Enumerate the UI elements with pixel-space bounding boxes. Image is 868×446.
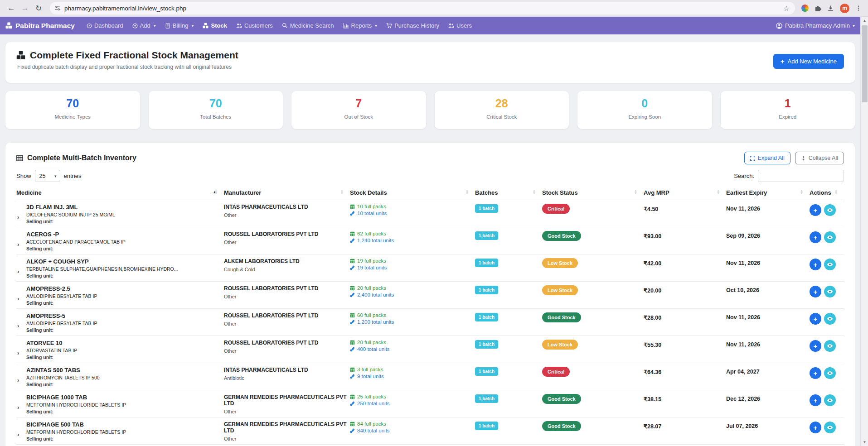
nav-item-users[interactable]: Users ▾ <box>444 19 476 33</box>
search-input[interactable] <box>758 170 844 182</box>
selling-unit-label: Selling unit: <box>26 436 224 441</box>
column-header-manufacturer[interactable]: Manufacturer ▲ ▲▼ <box>224 189 350 196</box>
view-details-button[interactable] <box>824 286 836 297</box>
column-header-medicine[interactable]: Medicine ▲ ▲▼ <box>16 189 224 196</box>
page-scrollbar[interactable]: ▲ ▼ <box>860 17 868 446</box>
sort-icon: ▲▼ <box>834 189 838 195</box>
scrollbar-up-arrow[interactable]: ▲ <box>861 17 868 24</box>
expand-row-chevron-icon[interactable]: › <box>17 241 19 248</box>
stock-status-badge: Critical <box>542 367 570 377</box>
stats-row: 70 Medicine Types 70 Total Batches 7 Out… <box>5 91 855 129</box>
add-batch-button[interactable]: + <box>810 231 821 243</box>
batch-count-badge: 1 batch <box>475 313 498 321</box>
column-header-avg-mrp[interactable]: Avg MRP ▲ ▲▼ <box>644 189 726 196</box>
expand-row-chevron-icon[interactable]: › <box>17 268 19 275</box>
column-header-actions[interactable]: Actions ▲ ▲▼ <box>810 189 844 196</box>
nav-item-reports[interactable]: Reports ▾ <box>339 19 382 33</box>
nav-item-medicine-search[interactable]: Medicine Search ▾ <box>277 19 339 33</box>
add-batch-button[interactable]: + <box>810 367 821 379</box>
column-header-earliest-expiry[interactable]: Earliest Expiry ▲ ▲▼ <box>726 189 810 196</box>
cart-icon <box>386 23 392 29</box>
search-icon <box>282 23 288 29</box>
earliest-expiry: Apr 04, 2027 <box>726 367 810 390</box>
expand-all-button[interactable]: Expand All <box>744 152 790 164</box>
collapse-all-button[interactable]: Collapse All <box>795 152 844 164</box>
nav-item-add[interactable]: Add ▾ <box>128 19 160 33</box>
view-details-button[interactable] <box>824 367 836 379</box>
user-menu[interactable]: Pabitra Pharmacy Admin ▾ <box>776 22 855 29</box>
total-units: 2,400 total units <box>357 292 394 297</box>
medicine-generic: AMLODIPINE BESYLATE TAB IP <box>26 321 224 326</box>
expand-row-chevron-icon[interactable]: › <box>17 431 19 438</box>
selling-unit-label: Selling unit: <box>26 246 224 251</box>
eye-icon <box>827 343 833 349</box>
extension-colorful-icon[interactable] <box>801 5 809 12</box>
batch-count-badge: 1 batch <box>475 367 498 376</box>
profile-avatar[interactable]: m <box>840 4 849 13</box>
total-units: 250 total units <box>357 401 390 406</box>
nav-item-stock[interactable]: Stock ▾ <box>198 19 231 33</box>
nav-item-purchase-history[interactable]: Purchase History ▾ <box>382 19 444 33</box>
view-details-button[interactable] <box>824 204 836 216</box>
view-details-button[interactable] <box>824 394 836 406</box>
avg-mrp: ₹28.07 <box>644 421 726 444</box>
add-batch-button[interactable]: + <box>810 394 821 406</box>
expand-row-chevron-icon[interactable]: › <box>17 322 19 329</box>
add-batch-button[interactable]: + <box>810 259 821 270</box>
nav-item-customers[interactable]: Customers ▾ <box>232 19 277 33</box>
column-header-stock-details[interactable]: Stock Details ▲ ▲▼ <box>350 189 475 196</box>
batch-count-badge: 1 batch <box>475 340 498 349</box>
expand-row-chevron-icon[interactable]: › <box>17 295 19 302</box>
page-size-select[interactable]: 25 ▾ <box>35 170 60 182</box>
add-batch-button[interactable]: + <box>810 422 821 433</box>
browser-reload-button[interactable]: ↻ <box>32 1 45 15</box>
browser-back-button[interactable]: ← <box>5 1 18 15</box>
downloads-icon[interactable] <box>827 5 834 12</box>
batch-count-badge: 1 batch <box>475 422 498 430</box>
add-batch-button[interactable]: + <box>810 340 821 352</box>
add-batch-button[interactable]: + <box>810 313 821 325</box>
selling-unit-label: Selling unit: <box>26 355 224 360</box>
scrollbar-thumb[interactable] <box>862 25 868 102</box>
nav-items: Dashboard ▾ Add ▾ Billing ▾ Stock ▾ Cust… <box>82 19 476 33</box>
address-bar[interactable]: pharmacy.pabitramemorial.in/view_stock.p… <box>50 2 795 14</box>
brand[interactable]: Pabitra Pharmacy <box>5 22 75 30</box>
view-details-button[interactable] <box>824 340 836 352</box>
add-batch-button[interactable]: + <box>810 204 821 216</box>
expand-row-chevron-icon[interactable]: › <box>17 404 19 411</box>
expand-row-chevron-icon[interactable]: › <box>17 214 19 221</box>
table-row: ALKOF + COUGH SYP › TERBUTALINE SULPHATE… <box>16 254 844 282</box>
scrollbar-down-arrow[interactable]: ▼ <box>861 438 868 446</box>
stock-status-badge: Good Stock <box>542 312 581 322</box>
page-title: Complete Fixed Fractional Stock Manageme… <box>16 50 844 61</box>
view-details-button[interactable] <box>824 313 836 325</box>
browser-menu-icon[interactable] <box>855 5 862 11</box>
column-header-batches[interactable]: Batches ▲ ▲▼ <box>475 189 542 196</box>
people-icon <box>448 23 454 29</box>
medicine-category: Other <box>224 240 350 245</box>
page-subtitle: Fixed duplicate batch display and proper… <box>17 64 844 70</box>
bookmark-star-icon[interactable]: ☆ <box>783 4 790 13</box>
add-new-medicine-button[interactable]: + Add New Medicine <box>773 54 844 69</box>
manufacturer-name: ROUSSEL LABORATORIES PVT LTD <box>224 285 350 292</box>
stock-status-badge: Good Stock <box>542 231 581 241</box>
total-units: 9 total units <box>357 374 384 379</box>
extensions-puzzle-icon[interactable] <box>815 5 821 12</box>
view-details-button[interactable] <box>824 231 836 243</box>
avg-mrp: ₹4.50 <box>644 204 726 227</box>
browser-forward-button[interactable]: → <box>18 1 32 15</box>
nav-item-dashboard[interactable]: Dashboard ▾ <box>82 19 128 33</box>
column-header-stock-status[interactable]: Stock Status ▲ ▲▼ <box>542 189 644 196</box>
view-details-button[interactable] <box>824 259 836 270</box>
url-text[interactable]: pharmacy.pabitramemorial.in/view_stock.p… <box>64 5 778 12</box>
site-settings-icon[interactable] <box>54 5 61 11</box>
app-navbar: Pabitra Pharmacy Dashboard ▾ Add ▾ Billi… <box>0 17 860 34</box>
view-details-button[interactable] <box>824 422 836 433</box>
add-batch-button[interactable]: + <box>810 286 821 297</box>
sort-icon: ▲▼ <box>800 189 803 195</box>
expand-row-chevron-icon[interactable]: › <box>17 350 19 356</box>
sort-icon: ▲▼ <box>717 189 720 195</box>
stat-label: Expired <box>721 114 855 120</box>
nav-item-billing[interactable]: Billing ▾ <box>160 19 199 33</box>
expand-row-chevron-icon[interactable]: › <box>17 377 19 384</box>
